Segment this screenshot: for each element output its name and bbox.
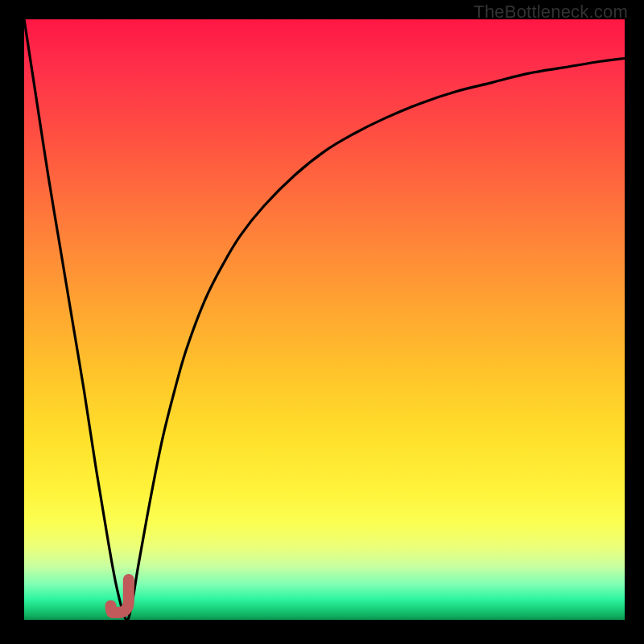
watermark-text: TheBottleneck.com <box>473 2 628 23</box>
bottleneck-curve <box>24 19 625 620</box>
chart-frame: TheBottleneck.com <box>0 0 644 644</box>
plot-area <box>24 19 625 620</box>
curve-layer <box>24 19 625 620</box>
